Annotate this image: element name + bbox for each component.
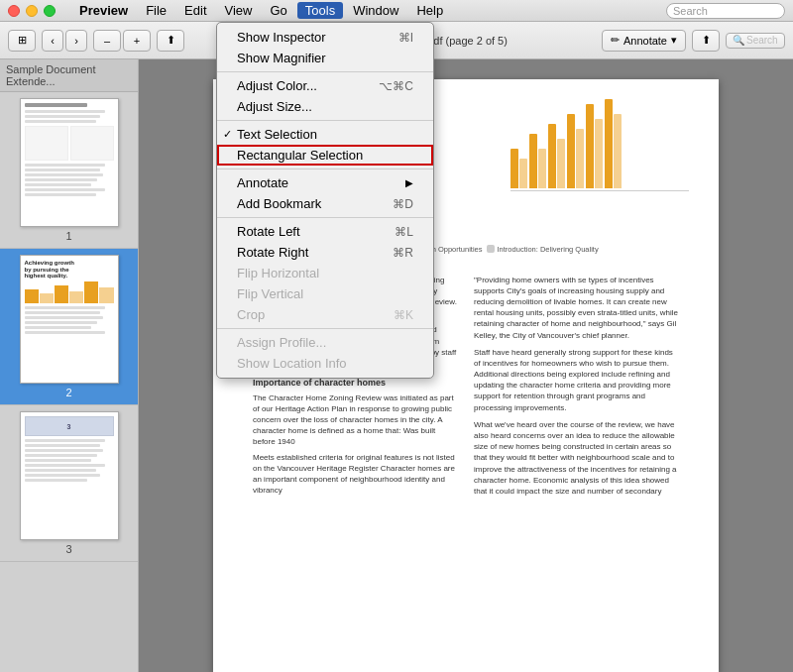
thumb-number-3: 3 [65,543,71,555]
traffic-lights [8,5,59,17]
thumb-number-2: 2 [65,387,71,398]
zoom-group: – + [93,30,151,52]
chart-axis [510,190,689,191]
send-button[interactable]: ⬆ [692,30,720,52]
sidebar-title: Sample Document Extende... [0,59,138,92]
doc-col-right-p1: "Providing home owners with se types of … [474,275,679,341]
thumbnail-page-2[interactable]: Achieving growthby pursuing thehighest q… [0,249,138,405]
thumb-preview-3: 3 [20,411,119,540]
separator-5 [217,328,433,329]
thumbnail-page-3[interactable]: 3 3 [0,405,138,562]
show-inspector-shortcut: ⌘I [398,31,413,45]
rotate-right-label: Rotate Right [237,245,308,260]
flip-vertical-label: Flip Vertical [237,286,303,301]
chart-bars-group [510,99,689,188]
search-placeholder: Search [673,5,708,17]
document-chart [510,99,689,198]
doc-tag-3: Introduction: Delivering Quality [487,245,599,254]
adjust-color-shortcut: ⌥⌘C [379,79,413,93]
menu-rectangular-selection[interactable]: Rectangular Selection [217,145,433,166]
doc-col-right-p3: What we've heard over the course of the … [474,419,679,497]
menu-text-selection[interactable]: Text Selection [217,124,433,145]
menu-edit[interactable]: Edit [176,2,214,19]
search-icon: 🔍 [733,35,744,46]
separator-2 [217,120,433,121]
rotate-left-label: Rotate Left [237,224,300,239]
annotate-button[interactable]: ✏ Annotate ▾ [602,30,686,52]
menu-items: Preview File Edit View Go Tools Window H… [63,2,451,19]
rotate-left-shortcut: ⌘L [395,225,413,239]
doc-col-left-p4: Meets established criteria for original … [253,452,458,497]
search-label: Search [746,35,778,46]
menu-assign-profile: Assign Profile... [217,332,433,353]
menu-help[interactable]: Help [408,2,451,19]
doc-col-left-p3: The Character Home Zoning Review was ini… [253,392,458,448]
tag-dot-3 [487,245,495,253]
nav-arrows: ‹ › [42,30,87,52]
menu-view[interactable]: View [217,2,261,19]
crop-label: Crop [237,307,265,322]
toolbar-right: ✏ Annotate ▾ [602,30,686,52]
maximize-button[interactable] [44,5,56,17]
separator-3 [217,168,433,169]
pencil-icon: ✏ [611,34,620,47]
menu-flip-vertical: Flip Vertical [217,283,433,304]
thumb-preview-2: Achieving growthby pursuing thehighest q… [20,255,119,384]
menu-adjust-color[interactable]: Adjust Color... ⌥⌘C [217,75,433,96]
tag-label-3: Introduction: Delivering Quality [498,245,599,254]
menu-flip-horizontal: Flip Horizontal [217,263,433,283]
menu-add-bookmark[interactable]: Add Bookmark ⌘D [217,193,433,214]
zoom-in-button[interactable]: + [123,30,151,52]
minimize-button[interactable] [26,5,38,17]
menubar: Preview File Edit View Go Tools Window H… [0,0,793,22]
doc-col-right: "Providing home owners with se types of … [474,275,679,498]
adjust-color-label: Adjust Color... [237,78,317,93]
thumb-number-1: 1 [65,230,71,242]
forward-button[interactable]: › [65,30,87,52]
menu-crop: Crop ⌘K [217,304,433,325]
separator-4 [217,217,433,218]
menu-window[interactable]: Window [345,2,406,19]
menu-show-location-info: Show Location Info [217,353,433,374]
menu-rotate-right[interactable]: Rotate Right ⌘R [217,242,433,263]
back-button[interactable]: ‹ [42,30,63,52]
rectangular-selection-label: Rectangular Selection [237,148,363,163]
rotate-right-shortcut: ⌘R [393,246,413,260]
search-box[interactable]: Search [666,3,785,19]
sidebar-toggle[interactable]: ⊞ [8,30,36,52]
separator-1 [217,71,433,72]
text-selection-label: Text Selection [237,127,317,142]
assign-profile-label: Assign Profile... [237,335,326,350]
adjust-size-label: Adjust Size... [237,99,312,114]
nav-group: ⊞ [8,30,36,52]
menu-show-inspector[interactable]: Show Inspector ⌘I [217,27,433,48]
show-location-info-label: Show Location Info [237,356,347,371]
menu-show-magnifier[interactable]: Show Magnifier [217,48,433,68]
show-magnifier-label: Show Magnifier [237,51,326,65]
sidebar: Sample Document Extende... [0,59,139,672]
menu-annotate[interactable]: Annotate ▶ [217,172,433,193]
annotate-menu-label: Annotate [237,175,288,190]
menu-preview[interactable]: Preview [71,2,136,19]
tools-dropdown-menu: Show Inspector ⌘I Show Magnifier Adjust … [216,22,434,379]
menubar-right: Search [666,3,785,19]
submenu-arrow-icon: ▶ [405,177,413,188]
menu-go[interactable]: Go [262,2,294,19]
thumbnail-page-1[interactable]: 1 [0,92,138,249]
close-button[interactable] [8,5,20,17]
annotate-label: Annotate [623,35,667,47]
menu-rotate-left[interactable]: Rotate Left ⌘L [217,221,433,242]
crop-shortcut: ⌘K [394,308,413,322]
search-toolbar[interactable]: 🔍 Search [726,33,785,49]
zoom-out-button[interactable]: – [93,30,121,52]
menu-tools[interactable]: Tools [297,2,343,19]
menu-file[interactable]: File [138,2,174,19]
add-bookmark-label: Add Bookmark [237,196,321,211]
thumb-preview-1 [20,98,119,227]
add-bookmark-shortcut: ⌘D [393,197,413,211]
flip-horizontal-label: Flip Horizontal [237,266,319,280]
chevron-down-icon: ▾ [671,34,677,47]
menu-adjust-size[interactable]: Adjust Size... [217,96,433,117]
share-button[interactable]: ⬆ [157,30,184,52]
show-inspector-label: Show Inspector [237,30,326,45]
